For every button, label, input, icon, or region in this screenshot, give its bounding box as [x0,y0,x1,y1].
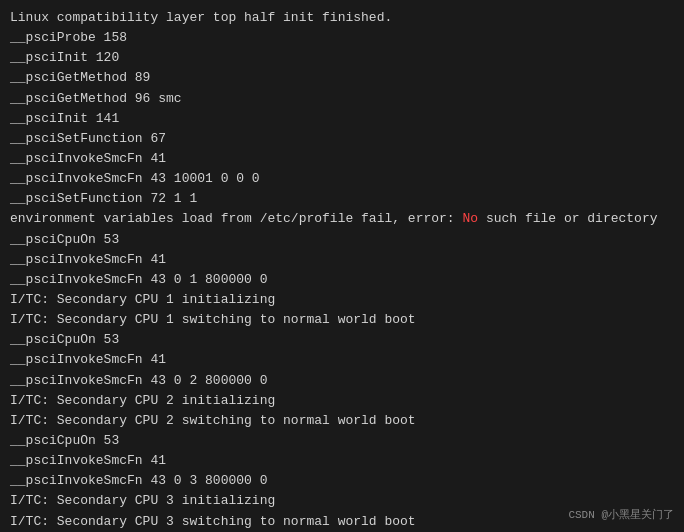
terminal-line: __psciCpuOn 53 [10,431,674,451]
normal-text: I/TC: Secondary CPU 2 initializing [10,393,275,408]
normal-text: __psciCpuOn 53 [10,232,119,247]
terminal-line: I/TC: Secondary CPU 1 initializing [10,290,674,310]
terminal-line: __psciGetMethod 96 smc [10,89,674,109]
error-text: No [462,211,478,226]
normal-text: such file or directory [478,211,657,226]
normal-text: I/TC: Secondary CPU 3 switching to norma… [10,514,416,529]
normal-text: __psciGetMethod 96 smc [10,91,182,106]
terminal-window: Linux compatibility layer top half init … [0,0,684,532]
terminal-line: __psciInvokeSmcFn 41 [10,149,674,169]
terminal-line: I/TC: Secondary CPU 1 switching to norma… [10,310,674,330]
normal-text: __psciProbe 158 [10,30,127,45]
terminal-line: Linux compatibility layer top half init … [10,8,674,28]
normal-text: __psciInvokeSmcFn 41 [10,453,166,468]
normal-text: __psciInvokeSmcFn 43 0 1 800000 0 [10,272,267,287]
normal-text: __psciSetFunction 72 1 1 [10,191,197,206]
terminal-line: __psciInit 120 [10,48,674,68]
normal-text: __psciGetMethod 89 [10,70,150,85]
normal-text: I/TC: Secondary CPU 1 initializing [10,292,275,307]
normal-text: __psciInvokeSmcFn 41 [10,352,166,367]
terminal-line: __psciCpuOn 53 [10,330,674,350]
terminal-line: __psciInvokeSmcFn 43 10001 0 0 0 [10,169,674,189]
terminal-line: __psciInvokeSmcFn 41 [10,350,674,370]
normal-text: __psciInvokeSmcFn 41 [10,252,166,267]
terminal-line: __psciInvokeSmcFn 43 0 3 800000 0 [10,471,674,491]
normal-text: __psciInvokeSmcFn 43 0 2 800000 0 [10,373,267,388]
normal-text: I/TC: Secondary CPU 2 switching to norma… [10,413,416,428]
terminal-output: Linux compatibility layer top half init … [10,8,674,532]
terminal-line: __psciGetMethod 89 [10,68,674,88]
normal-text: __psciInit 141 [10,111,119,126]
normal-text: __psciSetFunction 67 [10,131,166,146]
normal-text: __psciInvokeSmcFn 43 0 3 800000 0 [10,473,267,488]
normal-text: environment variables load from /etc/pro… [10,211,462,226]
terminal-line: __psciInvokeSmcFn 41 [10,250,674,270]
normal-text: __psciInvokeSmcFn 41 [10,151,166,166]
terminal-line: __psciProbe 158 [10,28,674,48]
watermark: CSDN @小黑星关门了 [568,507,674,524]
normal-text: __psciInit 120 [10,50,119,65]
normal-text: __psciCpuOn 53 [10,332,119,347]
terminal-line: __psciInvokeSmcFn 43 0 2 800000 0 [10,371,674,391]
terminal-line: __psciInvokeSmcFn 43 0 1 800000 0 [10,270,674,290]
terminal-line: I/TC: Secondary CPU 2 switching to norma… [10,411,674,431]
terminal-line: I/TC: Secondary CPU 2 initializing [10,391,674,411]
terminal-line: __psciInvokeSmcFn 41 [10,451,674,471]
terminal-line: __psciInit 141 [10,109,674,129]
terminal-line: __psciSetFunction 67 [10,129,674,149]
terminal-line: __psciCpuOn 53 [10,230,674,250]
normal-text: I/TC: Secondary CPU 1 switching to norma… [10,312,416,327]
terminal-line: __psciSetFunction 72 1 1 [10,189,674,209]
normal-text: I/TC: Secondary CPU 3 initializing [10,493,275,508]
normal-text: __psciCpuOn 53 [10,433,119,448]
terminal-line: environment variables load from /etc/pro… [10,209,674,229]
normal-text: __psciInvokeSmcFn 43 10001 0 0 0 [10,171,260,186]
normal-text: Linux compatibility layer top half init … [10,10,392,25]
